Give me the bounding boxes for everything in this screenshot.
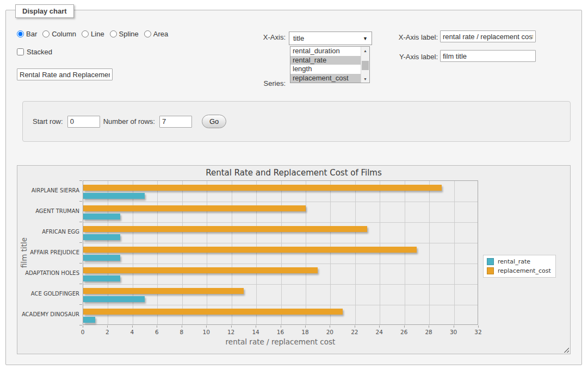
y-axis-label-label: Y-Axis label: (379, 53, 438, 61)
gridline (380, 181, 380, 324)
x-tick-label: 32 (467, 329, 489, 335)
y-tick-label: AFFAIR PREJUDICE (20, 249, 79, 255)
axis-tick (404, 325, 405, 328)
scroll-down-arrow-icon[interactable]: ▼ (361, 75, 369, 83)
series-option-rental_duration[interactable]: rental_duration (290, 47, 361, 56)
gridline (207, 181, 207, 324)
bar-rental_rate-0 (83, 193, 145, 199)
gridline (232, 181, 232, 324)
number-of-rows-input[interactable] (159, 116, 192, 128)
x-tick-label: 20 (319, 329, 341, 335)
y-tick-label: AGENT TRUMAN (20, 208, 79, 214)
gridline (330, 181, 331, 324)
stacked-label: Stacked (27, 48, 52, 56)
axis-tick (206, 325, 207, 328)
series-option-rental_rate[interactable]: rental_rate (290, 56, 361, 65)
chart-type-option-label: Bar (26, 30, 37, 38)
row-range-fieldset: Start row: Number of rows: Go (22, 101, 571, 142)
resize-handle-icon[interactable] (563, 347, 569, 353)
axis-tick (281, 325, 281, 328)
x-axis-label-input[interactable] (440, 30, 536, 42)
chart-type-radio-column[interactable] (42, 30, 49, 37)
stacked-checkbox[interactable] (17, 48, 24, 55)
bar-replacement_cost-6 (83, 309, 343, 315)
axis-tick (79, 263, 82, 264)
gridline (157, 181, 158, 324)
go-button[interactable]: Go (202, 115, 226, 128)
y-tick-label: AIRPLANE SIERRA (20, 187, 79, 193)
axis-tick (182, 325, 182, 328)
x-tick-label: 4 (121, 329, 143, 335)
chart-type-radio-spline[interactable] (110, 30, 117, 37)
bar-rental_rate-5 (83, 296, 145, 302)
axis-tick (79, 242, 82, 243)
y-axis-label-input[interactable] (440, 50, 536, 62)
gridline (83, 264, 478, 264)
bar-rental_rate-6 (83, 317, 95, 323)
gridline (83, 222, 478, 223)
scrollbar-thumb[interactable] (362, 61, 369, 70)
stacked-option[interactable]: Stacked (17, 48, 52, 56)
x-axis-select[interactable]: title ▼ (289, 32, 372, 45)
x-tick-label: 0 (72, 329, 94, 335)
legend-label: replacement_cost (498, 267, 551, 274)
bar-replacement_cost-2 (83, 226, 367, 232)
x-tick-label: 10 (195, 329, 217, 335)
scroll-up-arrow-icon[interactable]: ▲ (361, 47, 369, 54)
x-axis-select-value: title (293, 34, 363, 42)
start-row-input[interactable] (67, 116, 100, 128)
display-chart-fieldset: Display chart BarColumnLineSplineArea St… (5, 10, 582, 365)
y-tick-label: ACE GOLDFINGER (20, 291, 79, 297)
gridline (281, 181, 282, 324)
chart-x-axis-title: rental rate / replacement cost (83, 337, 478, 346)
chart-type-option-label: Area (153, 30, 168, 38)
bar-rental_rate-4 (83, 275, 120, 281)
x-axis-label-label: X-Axis label: (379, 33, 438, 41)
chart-grid (83, 180, 478, 325)
series-option-length[interactable]: length (290, 65, 361, 74)
gridline (83, 202, 478, 202)
bar-rental_rate-1 (83, 214, 120, 220)
gridline (355, 181, 356, 324)
bar-replacement_cost-1 (83, 205, 306, 211)
x-tick-label: 26 (393, 329, 415, 335)
bar-replacement_cost-5 (83, 288, 244, 294)
start-row-label: Start row: (33, 117, 63, 126)
legend-entry-replacement_cost: replacement_cost (487, 267, 551, 274)
chart-type-option-area[interactable]: Area (144, 30, 168, 38)
y-tick-label: AFRICAN EGG (20, 229, 79, 235)
gridline (83, 243, 478, 243)
chart-type-radio-bar[interactable] (17, 30, 24, 37)
chart-type-option-bar[interactable]: Bar (17, 30, 37, 38)
chart-type-option-label: Line (91, 30, 104, 38)
x-tick-label: 2 (96, 329, 118, 335)
x-tick-label: 22 (344, 329, 366, 335)
axis-tick (107, 325, 108, 328)
chart-type-radio-line[interactable] (82, 30, 89, 37)
gridline (405, 181, 405, 324)
chart-type-option-line[interactable]: Line (82, 30, 104, 38)
chart-type-option-column[interactable]: Column (42, 30, 76, 38)
series-option-replacement_cost[interactable]: replacement_cost (290, 74, 361, 83)
axis-tick (79, 304, 82, 305)
chart-type-radiogroup: BarColumnLineSplineArea (17, 30, 168, 38)
axis-tick (355, 325, 355, 328)
chart-type-option-spline[interactable]: Spline (110, 30, 139, 38)
bar-replacement_cost-0 (83, 185, 442, 191)
chart-title-input[interactable] (17, 68, 113, 80)
chart-area: Rental Rate and Replacement Cost of Film… (17, 165, 571, 354)
axis-tick (79, 325, 82, 325)
series-multiselect[interactable]: rental_durationrental_ratelengthreplacem… (290, 46, 370, 83)
bar-rental_rate-2 (83, 234, 120, 240)
x-tick-label: 8 (171, 329, 193, 335)
axis-tick (157, 325, 157, 328)
legend-entry-rental_rate: rental_rate (487, 258, 551, 265)
fieldset-legend: Display chart (15, 4, 74, 18)
series-scrollbar[interactable]: ▲ ▼ (361, 47, 369, 83)
axis-tick (79, 201, 82, 202)
bar-replacement_cost-4 (83, 267, 318, 273)
chart-type-radio-area[interactable] (144, 30, 151, 37)
x-tick-label: 24 (368, 329, 390, 335)
bar-rental_rate-3 (83, 255, 120, 261)
axis-tick (83, 325, 83, 328)
